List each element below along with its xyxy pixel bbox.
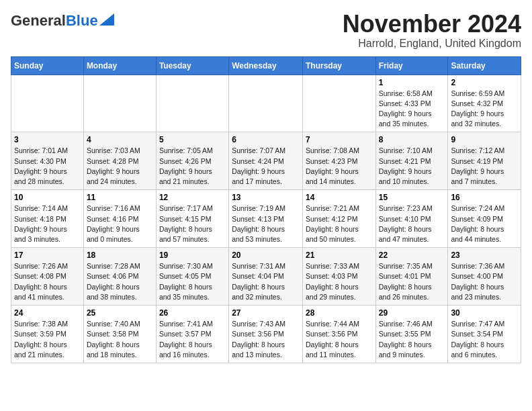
day-number: 22 (379, 250, 445, 260)
col-header-saturday: Saturday (448, 56, 521, 75)
day-info: Sunrise: 7:01 AM Sunset: 4:30 PM Dayligh… (14, 146, 81, 187)
day-info: Sunrise: 7:43 AM Sunset: 3:56 PM Dayligh… (232, 319, 300, 360)
day-number: 11 (87, 193, 153, 202)
calendar-table: SundayMondayTuesdayWednesdayThursdayFrid… (11, 56, 521, 363)
day-info: Sunrise: 7:05 AM Sunset: 4:26 PM Dayligh… (159, 146, 226, 187)
day-info: Sunrise: 7:16 AM Sunset: 4:16 PM Dayligh… (87, 203, 153, 244)
day-info: Sunrise: 7:03 AM Sunset: 4:28 PM Dayligh… (87, 146, 153, 187)
svg-marker-0 (99, 13, 114, 26)
calendar-cell: 8Sunrise: 7:10 AM Sunset: 4:21 PM Daylig… (375, 132, 448, 190)
day-info: Sunrise: 7:44 AM Sunset: 3:56 PM Dayligh… (306, 319, 373, 360)
day-number: 15 (379, 193, 445, 202)
calendar-cell: 23Sunrise: 7:36 AM Sunset: 4:00 PM Dayli… (448, 248, 521, 306)
day-info: Sunrise: 7:12 AM Sunset: 4:19 PM Dayligh… (451, 146, 518, 187)
logo: GeneralBlue (11, 13, 114, 28)
logo-arrow-icon (99, 13, 114, 26)
day-number: 17 (14, 250, 81, 260)
day-number: 21 (306, 250, 373, 260)
calendar-cell: 9Sunrise: 7:12 AM Sunset: 4:19 PM Daylig… (448, 132, 521, 190)
day-info: Sunrise: 7:07 AM Sunset: 4:24 PM Dayligh… (232, 146, 300, 187)
month-title: November 2024 (343, 11, 521, 38)
calendar-cell: 19Sunrise: 7:30 AM Sunset: 4:05 PM Dayli… (156, 248, 228, 306)
day-number: 5 (159, 135, 226, 144)
col-header-tuesday: Tuesday (156, 56, 228, 75)
calendar-cell: 17Sunrise: 7:26 AM Sunset: 4:08 PM Dayli… (11, 248, 84, 306)
calendar-cell: 22Sunrise: 7:35 AM Sunset: 4:01 PM Dayli… (375, 248, 448, 306)
calendar-week-row: 24Sunrise: 7:38 AM Sunset: 3:59 PM Dayli… (11, 306, 521, 363)
calendar-cell: 7Sunrise: 7:08 AM Sunset: 4:23 PM Daylig… (302, 132, 375, 190)
day-number: 8 (379, 135, 445, 144)
col-header-wednesday: Wednesday (229, 56, 303, 75)
day-number: 28 (306, 308, 373, 318)
day-number: 12 (159, 193, 226, 202)
day-info: Sunrise: 7:08 AM Sunset: 4:23 PM Dayligh… (306, 146, 373, 187)
day-info: Sunrise: 7:10 AM Sunset: 4:21 PM Dayligh… (379, 146, 445, 187)
calendar-cell: 6Sunrise: 7:07 AM Sunset: 4:24 PM Daylig… (229, 132, 303, 190)
calendar-cell: 2Sunrise: 6:59 AM Sunset: 4:32 PM Daylig… (448, 75, 521, 132)
day-info: Sunrise: 7:33 AM Sunset: 4:03 PM Dayligh… (306, 261, 373, 302)
calendar-cell: 18Sunrise: 7:28 AM Sunset: 4:06 PM Dayli… (83, 248, 156, 306)
day-info: Sunrise: 7:47 AM Sunset: 3:54 PM Dayligh… (451, 319, 518, 360)
day-number: 16 (451, 193, 518, 202)
day-info: Sunrise: 7:35 AM Sunset: 4:01 PM Dayligh… (379, 261, 445, 302)
day-info: Sunrise: 7:30 AM Sunset: 4:05 PM Dayligh… (159, 261, 226, 302)
day-number: 25 (87, 308, 153, 318)
day-number: 18 (87, 250, 153, 260)
calendar-cell: 30Sunrise: 7:47 AM Sunset: 3:54 PM Dayli… (448, 306, 521, 363)
col-header-friday: Friday (375, 56, 448, 75)
calendar-cell (11, 75, 84, 132)
calendar-cell: 14Sunrise: 7:21 AM Sunset: 4:12 PM Dayli… (302, 190, 375, 248)
day-info: Sunrise: 6:59 AM Sunset: 4:32 PM Dayligh… (451, 89, 518, 130)
calendar-cell: 20Sunrise: 7:31 AM Sunset: 4:04 PM Dayli… (229, 248, 303, 306)
day-number: 2 (451, 78, 518, 87)
day-number: 1 (379, 78, 445, 87)
calendar-cell: 11Sunrise: 7:16 AM Sunset: 4:16 PM Dayli… (83, 190, 156, 248)
calendar-week-row: 1Sunrise: 6:58 AM Sunset: 4:33 PM Daylig… (11, 75, 521, 132)
day-info: Sunrise: 7:31 AM Sunset: 4:04 PM Dayligh… (232, 261, 300, 302)
calendar-week-row: 10Sunrise: 7:14 AM Sunset: 4:18 PM Dayli… (11, 190, 521, 248)
day-info: Sunrise: 7:19 AM Sunset: 4:13 PM Dayligh… (232, 203, 300, 244)
col-header-sunday: Sunday (11, 56, 84, 75)
day-info: Sunrise: 7:17 AM Sunset: 4:15 PM Dayligh… (159, 203, 226, 244)
day-info: Sunrise: 7:28 AM Sunset: 4:06 PM Dayligh… (87, 261, 153, 302)
col-header-monday: Monday (83, 56, 156, 75)
day-number: 26 (159, 308, 226, 318)
calendar-cell: 4Sunrise: 7:03 AM Sunset: 4:28 PM Daylig… (83, 132, 156, 190)
day-info: Sunrise: 7:24 AM Sunset: 4:09 PM Dayligh… (451, 203, 518, 244)
day-number: 3 (14, 135, 81, 144)
calendar-cell (229, 75, 303, 132)
calendar-week-row: 17Sunrise: 7:26 AM Sunset: 4:08 PM Dayli… (11, 248, 521, 306)
day-info: Sunrise: 7:26 AM Sunset: 4:08 PM Dayligh… (14, 261, 81, 302)
calendar-cell: 24Sunrise: 7:38 AM Sunset: 3:59 PM Dayli… (11, 306, 84, 363)
day-number: 30 (451, 308, 518, 318)
day-number: 29 (379, 308, 445, 318)
day-info: Sunrise: 7:40 AM Sunset: 3:58 PM Dayligh… (87, 319, 153, 360)
calendar-cell: 12Sunrise: 7:17 AM Sunset: 4:15 PM Dayli… (156, 190, 228, 248)
location: Harrold, England, United Kingdom (343, 38, 521, 50)
calendar-week-row: 3Sunrise: 7:01 AM Sunset: 4:30 PM Daylig… (11, 132, 521, 190)
day-number: 14 (306, 193, 373, 202)
title-block: November 2024 Harrold, England, United K… (343, 11, 521, 50)
calendar-cell: 28Sunrise: 7:44 AM Sunset: 3:56 PM Dayli… (302, 306, 375, 363)
day-info: Sunrise: 6:58 AM Sunset: 4:33 PM Dayligh… (379, 89, 445, 130)
calendar-cell: 29Sunrise: 7:46 AM Sunset: 3:55 PM Dayli… (375, 306, 448, 363)
calendar-cell (302, 75, 375, 132)
calendar-cell (156, 75, 228, 132)
page-header: GeneralBlue November 2024 Harrold, Engla… (11, 11, 521, 50)
day-number: 27 (232, 308, 300, 318)
day-number: 13 (232, 193, 300, 202)
calendar-cell: 13Sunrise: 7:19 AM Sunset: 4:13 PM Dayli… (229, 190, 303, 248)
calendar-cell: 21Sunrise: 7:33 AM Sunset: 4:03 PM Dayli… (302, 248, 375, 306)
day-info: Sunrise: 7:23 AM Sunset: 4:10 PM Dayligh… (379, 203, 445, 244)
day-number: 6 (232, 135, 300, 144)
calendar-cell: 5Sunrise: 7:05 AM Sunset: 4:26 PM Daylig… (156, 132, 228, 190)
day-number: 24 (14, 308, 81, 318)
day-number: 9 (451, 135, 518, 144)
day-info: Sunrise: 7:36 AM Sunset: 4:00 PM Dayligh… (451, 261, 518, 302)
calendar-cell: 26Sunrise: 7:41 AM Sunset: 3:57 PM Dayli… (156, 306, 228, 363)
calendar-cell (83, 75, 156, 132)
day-number: 20 (232, 250, 300, 260)
logo-text: GeneralBlue (11, 13, 98, 28)
day-info: Sunrise: 7:41 AM Sunset: 3:57 PM Dayligh… (159, 319, 226, 360)
day-info: Sunrise: 7:21 AM Sunset: 4:12 PM Dayligh… (306, 203, 373, 244)
